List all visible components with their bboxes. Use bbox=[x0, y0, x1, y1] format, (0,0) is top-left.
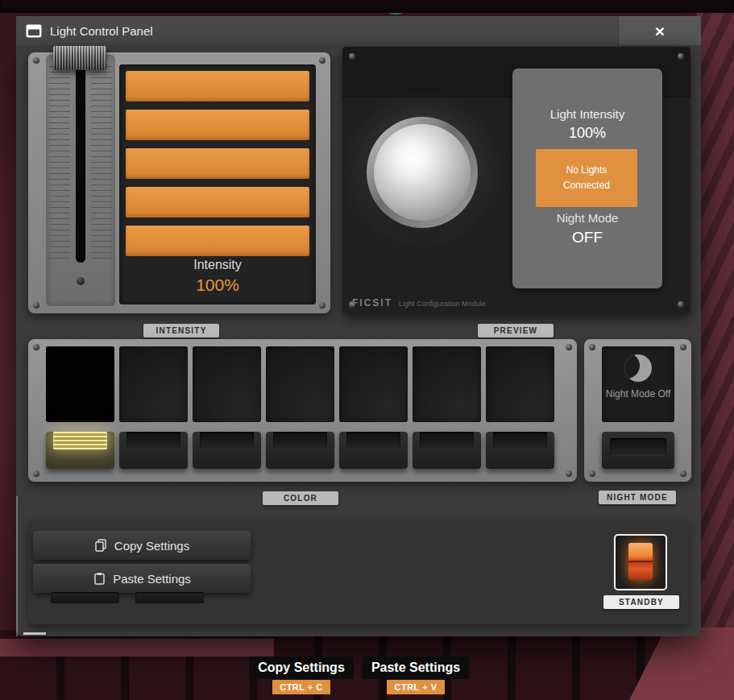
color-button-light bbox=[273, 432, 327, 449]
preview-light-intensity-value: 100% bbox=[512, 125, 662, 142]
no-lights-connected-badge: No Lights Connected bbox=[536, 149, 637, 207]
fader-led bbox=[77, 277, 85, 285]
color-slot bbox=[46, 346, 114, 469]
screw-icon bbox=[589, 470, 595, 477]
fader-handle[interactable] bbox=[53, 46, 106, 70]
screw-icon bbox=[678, 301, 684, 308]
intensity-bar[interactable] bbox=[126, 226, 309, 256]
copy-shortcut-label: Copy Settings bbox=[249, 657, 354, 679]
light-preview-orb bbox=[367, 117, 478, 228]
intensity-display: Intensity 100% bbox=[119, 64, 316, 304]
color-swatch[interactable] bbox=[46, 346, 114, 422]
night-mode-swatch[interactable]: Night Mode Off bbox=[602, 346, 674, 422]
intensity-bar[interactable] bbox=[126, 71, 309, 101]
screw-icon bbox=[33, 344, 39, 350]
intensity-section: Intensity 100% bbox=[28, 52, 330, 313]
copy-icon bbox=[94, 539, 107, 552]
screenshot-root: Light Control Panel × bbox=[0, 0, 734, 700]
background-structure-right bbox=[697, 0, 734, 700]
color-slot bbox=[193, 346, 261, 469]
color-button[interactable] bbox=[193, 432, 261, 469]
color-swatch[interactable] bbox=[266, 346, 334, 422]
color-button[interactable] bbox=[339, 432, 408, 469]
color-slot bbox=[339, 346, 408, 469]
background-top-strip bbox=[0, 0, 734, 13]
preview-tag: PREVIEW bbox=[478, 324, 554, 338]
background-red-beam bbox=[0, 639, 274, 657]
moon-icon bbox=[624, 354, 652, 382]
preview-night-mode-value: OFF bbox=[512, 229, 662, 246]
light-control-panel: Intensity 100% INTENSITY Light Intensity… bbox=[16, 45, 701, 636]
screw-icon bbox=[566, 344, 572, 350]
color-swatch[interactable] bbox=[486, 346, 554, 422]
intensity-tag: INTENSITY bbox=[143, 324, 219, 338]
copy-settings-button[interactable]: Copy Settings bbox=[33, 531, 251, 560]
titlebar: Light Control Panel × bbox=[16, 16, 701, 45]
brand-module-label: Light Configuration Module bbox=[399, 300, 486, 308]
window-icon bbox=[26, 24, 42, 38]
paste-settings-label: Paste Settings bbox=[113, 572, 191, 586]
intensity-fader bbox=[46, 55, 115, 306]
screw-icon bbox=[680, 344, 686, 350]
color-button[interactable] bbox=[486, 432, 554, 469]
color-button-light bbox=[346, 432, 400, 449]
color-button-light bbox=[126, 432, 180, 449]
standby-switch[interactable] bbox=[614, 534, 667, 590]
screw-icon bbox=[33, 57, 39, 64]
night-mode-section: Night Mode Off bbox=[584, 339, 691, 482]
paste-settings-button[interactable]: Paste Settings bbox=[33, 564, 251, 593]
color-slot bbox=[119, 346, 188, 469]
color-swatch[interactable] bbox=[119, 346, 188, 422]
color-button-light bbox=[53, 432, 107, 449]
color-button-light bbox=[200, 432, 254, 449]
night-mode-swatch-label: Night Mode Off bbox=[602, 388, 674, 400]
color-button-light bbox=[420, 432, 474, 449]
color-slot bbox=[266, 346, 334, 469]
night-mode-button-light bbox=[610, 438, 666, 456]
intensity-bar[interactable] bbox=[126, 187, 309, 217]
copy-shortcut-hint: Copy Settings CTRL + C bbox=[256, 657, 346, 694]
color-swatch[interactable] bbox=[413, 346, 481, 422]
color-button[interactable] bbox=[266, 432, 334, 469]
color-slot-grid bbox=[46, 346, 554, 469]
color-swatch[interactable] bbox=[193, 346, 261, 422]
screw-icon bbox=[566, 470, 572, 477]
screw-icon bbox=[319, 57, 326, 64]
intensity-label: Intensity bbox=[119, 258, 316, 272]
screw-icon bbox=[680, 470, 686, 477]
color-section bbox=[28, 339, 577, 482]
night-mode-button[interactable] bbox=[602, 432, 674, 469]
intensity-value: 100% bbox=[119, 275, 316, 295]
screw-icon bbox=[33, 470, 39, 477]
fader-ticks-left bbox=[49, 66, 70, 259]
copy-settings-label: Copy Settings bbox=[114, 539, 189, 553]
hidden-button-slot bbox=[135, 592, 204, 603]
paste-icon bbox=[93, 572, 106, 585]
color-swatch[interactable] bbox=[339, 346, 408, 422]
fader-ticks-right bbox=[91, 66, 112, 259]
power-rocker-icon bbox=[628, 543, 653, 580]
paste-shortcut-label: Paste Settings bbox=[363, 657, 469, 679]
color-button-light bbox=[493, 432, 547, 449]
brand-name: FICSIT bbox=[352, 297, 392, 309]
screw-icon bbox=[589, 344, 595, 350]
intensity-bar[interactable] bbox=[126, 148, 309, 179]
copy-shortcut-keys: CTRL + C bbox=[272, 680, 330, 694]
intensity-bar[interactable] bbox=[126, 110, 309, 140]
color-button[interactable] bbox=[119, 432, 188, 469]
fader-track[interactable] bbox=[76, 60, 85, 263]
color-button-active[interactable] bbox=[46, 432, 114, 469]
preview-night-mode-label: Night Mode bbox=[512, 211, 662, 225]
color-slot bbox=[486, 346, 554, 469]
close-button[interactable]: × bbox=[618, 16, 701, 45]
color-tag: COLOR bbox=[263, 491, 338, 505]
standby-tag: STANDBY bbox=[603, 595, 679, 609]
paste-shortcut-keys: CTRL + V bbox=[387, 680, 444, 694]
close-icon: × bbox=[655, 23, 665, 39]
screw-icon bbox=[349, 53, 355, 60]
color-button[interactable] bbox=[413, 432, 481, 469]
preview-info-card: Light Intensity 100% No Lights Connected… bbox=[512, 68, 662, 288]
color-slot bbox=[413, 346, 481, 469]
panel-edge-highlight bbox=[16, 496, 18, 636]
light-preview-orb-glow bbox=[374, 124, 471, 221]
